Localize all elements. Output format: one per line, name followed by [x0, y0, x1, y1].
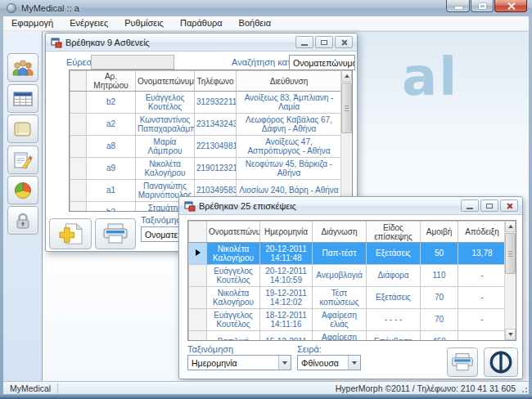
child-minimize-button[interactable]	[461, 200, 479, 212]
cell: 3129322111	[195, 92, 237, 114]
maximize-icon	[321, 40, 327, 45]
visits-sort-combo[interactable]: Ημερομηνία	[187, 355, 291, 370]
cell: Βασιλική	[207, 331, 260, 342]
search-input[interactable]	[91, 55, 174, 69]
cell: 221304981	[195, 136, 237, 158]
visits-titlebar[interactable]: Βρέθηκαν 25 επισκέψεις	[179, 197, 522, 215]
row-selector[interactable]	[70, 180, 87, 202]
table-row[interactable]: a9 Νικολέτα Καλογήρου 219012321 Νεοφύτων…	[70, 158, 342, 180]
patients-table: Αρ. Μητρώου Ονοματεπώνυμο Τηλέφωνο Διεύθ…	[69, 69, 353, 212]
statistics-button[interactable]	[7, 176, 38, 204]
cell: Αφαίρεση ελιάς	[313, 309, 367, 331]
visits-order-combo[interactable]: Φθίνουσα	[297, 355, 361, 370]
row-selector[interactable]	[189, 287, 207, 309]
table-row[interactable]: a2 Κωνσταντίνος Παπαχαραλάμπους 23134324…	[70, 114, 342, 136]
col-header-visit-type[interactable]: Είδος επίσκεψης	[367, 222, 421, 243]
table-row[interactable]: Ευάγγελος Κουτέλος 20-12-2011 14:10:59 Α…	[189, 265, 507, 287]
cell: 70	[421, 309, 458, 331]
book-button[interactable]	[7, 114, 38, 143]
cell: 231343243	[195, 114, 237, 136]
background-watermark: al	[402, 47, 458, 107]
row-selector[interactable]	[70, 92, 87, 114]
cell: Ευάγγελος Κουτέλος	[207, 309, 260, 331]
row-selector-header[interactable]	[70, 71, 87, 92]
scroll-down-arrow[interactable]	[505, 329, 516, 340]
row-selector-header[interactable]	[189, 222, 207, 243]
table-row[interactable]: Βασιλική 15-12-2011 Αφαίρεση καλοηθούς Ε…	[189, 331, 507, 342]
cell: b2	[87, 92, 136, 114]
col-header-fee[interactable]: Αμοιβή	[421, 222, 458, 243]
menu-windows[interactable]: Παράθυρα	[172, 16, 231, 30]
col-header-diagnosis[interactable]: Διάγνωση	[313, 222, 367, 243]
records-table-button[interactable]	[7, 84, 38, 113]
cell: -	[458, 309, 507, 331]
add-patient-button[interactable]	[49, 218, 92, 249]
notes-edit-button[interactable]	[7, 146, 38, 174]
child-close-button[interactable]	[335, 36, 353, 48]
close-visits-button[interactable]	[484, 347, 518, 377]
col-header-receipt[interactable]: Απόδειξη	[458, 222, 507, 243]
menu-actions[interactable]: Ενέργειες	[61, 16, 116, 30]
child-close-button[interactable]	[500, 200, 518, 212]
col-header-date[interactable]: Ημερομηνία	[260, 222, 313, 243]
scroll-up-arrow[interactable]	[341, 70, 352, 82]
minimize-button[interactable]	[446, 0, 470, 12]
patients-titlebar[interactable]: Βρέθηκαν 9 Ασθενείς	[46, 34, 357, 52]
row-selector[interactable]	[70, 202, 87, 213]
search-by-combo[interactable]: Ονοματεπώνυμο	[289, 55, 355, 70]
window-title: MyMedical :: a	[21, 3, 79, 13]
row-selector[interactable]	[70, 158, 87, 180]
table-row[interactable]: a8 Μαρία Λάμπρου 221304981 Ανοίξεως 47, …	[70, 136, 342, 158]
col-header-id[interactable]: Αρ. Μητρώου	[87, 71, 136, 92]
col-header-name[interactable]: Ονοματεπώνυμο	[207, 222, 260, 243]
vertical-scrollbar[interactable]	[504, 221, 516, 340]
table-row[interactable]: Νικολέτα Καλογήρου 19-12-2011 14:12:02 Τ…	[189, 287, 507, 309]
cell: 15-12-2011	[260, 331, 313, 342]
cell: Ευάγγελος Κουτέλος	[207, 265, 260, 287]
current-row-arrow-icon	[196, 249, 201, 256]
date-line: 19-12-2011	[262, 289, 310, 298]
date-line: 18-12-2011	[262, 311, 310, 321]
scroll-thumb[interactable]	[505, 233, 516, 274]
menu-application[interactable]: Εφαρμογή	[3, 16, 61, 30]
scroll-thumb[interactable]	[341, 83, 352, 133]
maximize-button[interactable]	[471, 0, 494, 12]
table-row-selected[interactable]: Νικολέτα Καλογήρου 20-12-2011 14:11:48 Π…	[189, 243, 507, 265]
row-selector[interactable]	[189, 309, 207, 331]
table-row[interactable]: Ευάγγελος Κουτέλος 18-12-2011 14:11:16 Α…	[189, 309, 507, 331]
resize-grip[interactable]	[520, 385, 528, 393]
scroll-up-arrow[interactable]	[505, 221, 516, 232]
row-selector[interactable]	[189, 331, 207, 342]
time-line: 14:11:48	[262, 253, 310, 263]
menu-settings[interactable]: Ρυθμίσεις	[116, 16, 172, 30]
row-selector[interactable]	[189, 265, 207, 287]
cell: Νικολέτα Καλογήρου	[207, 287, 260, 309]
row-selector[interactable]	[189, 243, 207, 265]
print-patients-button[interactable]	[95, 218, 136, 249]
cell: Παπ-τέστ	[313, 243, 367, 265]
lock-button[interactable]	[7, 206, 38, 235]
form-icon	[184, 200, 196, 212]
row-selector[interactable]	[70, 114, 87, 136]
vertical-scrollbar[interactable]	[340, 70, 352, 211]
col-header-name[interactable]: Ονοματεπώνυμο	[136, 71, 195, 92]
cell: - - - -	[367, 309, 421, 331]
date-line: 20-12-2011	[262, 244, 310, 254]
row-selector[interactable]	[70, 136, 87, 158]
menu-help[interactable]: Βοήθεια	[231, 16, 279, 30]
cell: 70	[421, 287, 458, 309]
table-row[interactable]: b2 Ευάγγελος Κουτέλος 3129322111 Ανοίξεω…	[70, 92, 342, 114]
time-line: 14:10:59	[262, 276, 310, 285]
close-button[interactable]	[494, 0, 527, 12]
print-visits-button[interactable]	[447, 347, 478, 377]
child-minimize-button[interactable]	[295, 36, 313, 48]
child-maximize-button[interactable]	[480, 200, 498, 212]
patients-button[interactable]	[7, 53, 38, 82]
visits-table: Ονοματεπώνυμο Ημερομηνία Διάγνωση Είδος …	[187, 220, 516, 341]
col-header-phone[interactable]: Τηλέφωνο	[195, 71, 237, 92]
child-maximize-button[interactable]	[315, 36, 333, 48]
maximize-icon	[479, 3, 486, 9]
main-titlebar[interactable]: MyMedical :: a	[0, 0, 532, 16]
col-header-address[interactable]: Διεύθυνση	[237, 71, 342, 92]
cell: 50	[421, 243, 458, 265]
